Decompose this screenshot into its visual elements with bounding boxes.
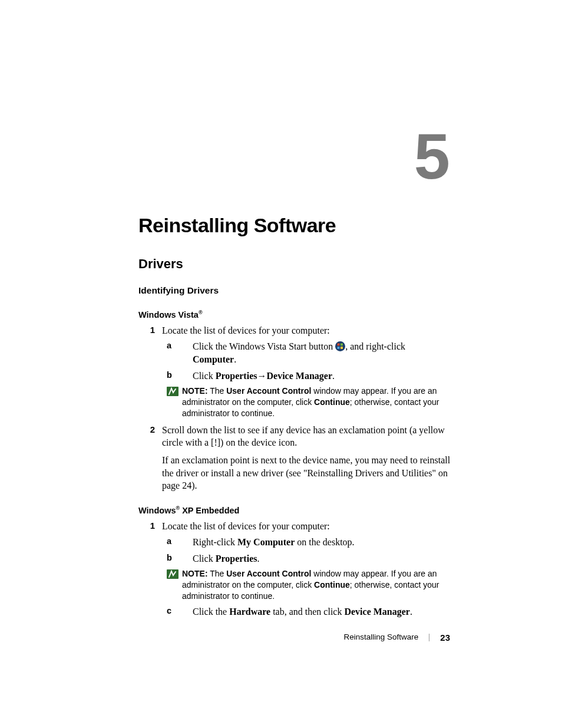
- bold-text: Device Manager: [266, 371, 332, 381]
- numbered-list-vista: 1 Locate the list of devices for your co…: [138, 324, 451, 492]
- step-text: Right-click My Computer on the desktop.: [193, 536, 451, 549]
- text: Click the Windows Vista Start button: [193, 341, 335, 351]
- note-label: NOTE:: [182, 569, 208, 578]
- page-footer: Reinstalling Software 23: [343, 632, 450, 644]
- bold-text: User Account Control: [226, 569, 311, 578]
- list-item: 1 Locate the list of devices for your co…: [138, 324, 451, 421]
- footer-section: Reinstalling Software: [343, 632, 418, 643]
- subsection-title: Identifying Drivers: [138, 285, 451, 297]
- text: Click: [193, 371, 216, 381]
- step-marker: 1: [138, 520, 162, 618]
- alpha-list: a Click the Windows Vista Start button ,…: [162, 340, 451, 382]
- svg-rect-2: [340, 344, 343, 346]
- step-text: Click Properties.: [193, 552, 451, 565]
- section-title: Drivers: [138, 256, 451, 273]
- bold-text: Properties: [216, 554, 257, 564]
- step-marker: 2: [138, 424, 162, 492]
- bold-text: Properties: [216, 371, 257, 381]
- text: The: [208, 386, 227, 396]
- step-text: Locate the list of devices for your comp…: [162, 520, 451, 533]
- note-icon: [167, 569, 178, 579]
- list-item: 2 Scroll down the list to see if any dev…: [138, 424, 451, 492]
- step-marker: b: [162, 552, 193, 565]
- step-marker: c: [162, 605, 193, 618]
- list-item: c Click the Hardware tab, and then click…: [162, 605, 451, 618]
- bold-text: Hardware: [229, 607, 270, 617]
- note-text: NOTE: The User Account Control window ma…: [182, 568, 451, 602]
- text: Click: [193, 554, 216, 564]
- svg-rect-3: [338, 347, 340, 349]
- numbered-list-xpe: 1 Locate the list of devices for your co…: [138, 520, 451, 618]
- text: tab, and then click: [270, 607, 344, 617]
- list-item: b Click Properties.: [162, 552, 451, 565]
- list-item: 1 Locate the list of devices for your co…: [138, 520, 451, 618]
- step-marker: b: [162, 370, 193, 383]
- os-heading-text: XP Embedded: [180, 506, 239, 515]
- step-text: Click the Hardware tab, and then click D…: [193, 605, 451, 618]
- bold-text: User Account Control: [226, 386, 311, 396]
- text: .: [234, 354, 236, 364]
- step-text: If an exclamation point is next to the d…: [162, 454, 451, 492]
- registered-icon: ®: [199, 309, 203, 315]
- list-item: a Right-click My Computer on the desktop…: [162, 536, 451, 549]
- step-text: Click the Windows Vista Start button , a…: [193, 340, 451, 365]
- step-text: Scroll down the list to see if any devic…: [162, 424, 451, 449]
- step-text: Locate the list of devices for your comp…: [162, 324, 451, 337]
- text: .: [332, 371, 335, 381]
- os-heading-text: Windows: [138, 506, 176, 515]
- text: Right-click: [193, 537, 237, 547]
- note-icon: [167, 387, 178, 396]
- svg-rect-4: [340, 347, 343, 349]
- text: .: [257, 554, 259, 564]
- bold-text: Device Manager: [344, 607, 410, 617]
- alpha-list-continued: c Click the Hardware tab, and then click…: [162, 605, 451, 618]
- bold-text: Computer: [193, 354, 234, 364]
- bold-text: Continue: [314, 580, 350, 589]
- note-block: NOTE: The User Account Control window ma…: [167, 386, 451, 419]
- arrow-icon: →: [257, 371, 266, 381]
- svg-rect-1: [338, 344, 340, 346]
- step-text: Click Properties→Device Manager.: [193, 370, 451, 383]
- step-marker: 1: [138, 324, 162, 421]
- svg-point-0: [335, 341, 345, 351]
- step-marker: a: [162, 536, 193, 549]
- page-number: 23: [440, 632, 450, 644]
- text: on the desktop.: [295, 537, 354, 547]
- footer-separator: [429, 634, 429, 641]
- chapter-title: Reinstalling Software: [138, 0, 451, 238]
- text: Click the: [193, 607, 229, 617]
- list-item: b Click Properties→Device Manager.: [162, 370, 451, 383]
- vista-start-icon: [335, 341, 345, 351]
- text: The: [208, 569, 227, 578]
- bold-text: Continue: [314, 397, 350, 407]
- os-heading-xpe: Windows® XP Embedded: [138, 505, 451, 516]
- note-block: NOTE: The User Account Control window ma…: [167, 568, 451, 602]
- alpha-list: a Right-click My Computer on the desktop…: [162, 536, 451, 565]
- os-heading-vista: Windows Vista®: [138, 309, 451, 321]
- os-heading-text: Windows Vista: [138, 310, 199, 319]
- note-label: NOTE:: [182, 386, 208, 396]
- note-text: NOTE: The User Account Control window ma…: [182, 386, 451, 419]
- page-content: Reinstalling Software Drivers Identifyin…: [138, 0, 451, 618]
- text: .: [410, 607, 412, 617]
- step-marker: a: [162, 340, 193, 365]
- bold-text: My Computer: [237, 537, 295, 547]
- list-item: a Click the Windows Vista Start button ,…: [162, 340, 451, 365]
- text: , and right-click: [345, 341, 405, 351]
